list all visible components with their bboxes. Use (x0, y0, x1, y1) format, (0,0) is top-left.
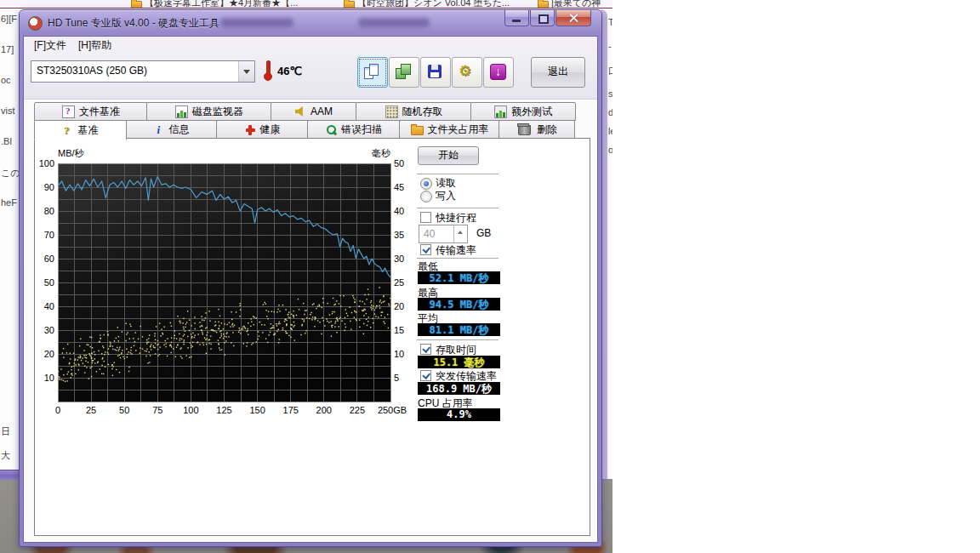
background-browser-tabs: 【极速字幕工作室】★4月新番★【...【时空旅团】シオン Vol.04 堕ちた.… (0, 0, 612, 9)
menu-help[interactable]: [H]帮助 (78, 38, 111, 53)
start-button[interactable]: 开始 (418, 146, 479, 165)
background-text-fragment: T (608, 17, 612, 27)
hdtune-window: HD Tune 专业版 v4.00 - 硬盘专业工具 [F]文件 [H]帮助 S… (19, 9, 602, 547)
svg-text:80: 80 (44, 206, 54, 216)
copy-image-button[interactable] (389, 57, 419, 88)
transfer-rate-label: 传输速率 (436, 243, 476, 258)
background-text-fragment: 日 (1, 425, 10, 438)
tab-info[interactable]: 信息 (125, 120, 218, 139)
svg-text:MB/秒: MB/秒 (58, 148, 85, 158)
svg-text:10: 10 (394, 349, 404, 359)
app-icon (28, 16, 43, 31)
tab-label: 基准 (78, 123, 99, 138)
background-text-fragment: .Bl (1, 136, 12, 146)
save-button[interactable] (420, 57, 451, 88)
burst-rate-checkbox[interactable] (420, 370, 431, 381)
svg-text:50: 50 (44, 277, 54, 288)
tab-label: 文件夹占用率 (428, 123, 489, 137)
svg-text:25: 25 (394, 277, 404, 288)
tab-aam[interactable]: AAM (271, 102, 357, 121)
tab-benchmark[interactable]: 基准 (34, 120, 127, 140)
exit-button[interactable]: 退出 (531, 57, 585, 88)
tab-label: 删除 (537, 123, 557, 137)
tab-disk-monitor[interactable]: 磁盘监视器 (146, 102, 272, 121)
background-text-fragment: sX (608, 88, 612, 99)
menubar: [F]文件 [H]帮助 (24, 37, 597, 54)
access-time-checkbox[interactable] (420, 344, 431, 355)
censored-text-blur (358, 18, 430, 27)
titlebar[interactable]: HD Tune 专业版 v4.00 - 硬盘专业工具 (20, 10, 601, 35)
file-benchmark-icon (62, 105, 75, 118)
tab-extra-tests[interactable]: 额外测试 (470, 102, 576, 121)
access-time-display: 15.1 毫秒 (418, 356, 500, 368)
extra-tests-icon (494, 105, 507, 118)
short-stroke-checkbox[interactable] (420, 212, 431, 223)
svg-text:20: 20 (44, 349, 54, 359)
transfer-rate-checkbox[interactable] (420, 244, 431, 255)
folder-usage-icon (411, 126, 424, 135)
drive-select[interactable]: ST3250310AS (250 GB) (31, 60, 255, 83)
erase-icon (518, 125, 531, 135)
background-text-fragment: 大 (1, 449, 10, 462)
tab-erase[interactable]: 删除 (499, 120, 575, 139)
write-radio[interactable] (420, 191, 432, 202)
tab-random-access[interactable]: 随机存取 (356, 102, 472, 121)
download-arrow-icon: ↓ (490, 64, 506, 80)
background-window-right-text: T-口sXd.rledox (607, 9, 612, 479)
folder-icon (344, 1, 355, 9)
svg-text:15: 15 (394, 325, 404, 335)
floppy-save-icon (428, 65, 442, 78)
disk-monitor-icon (175, 105, 188, 118)
svg-text:90: 90 (44, 182, 54, 192)
svg-text:5: 5 (394, 373, 399, 383)
background-text-fragment: 6][F (1, 14, 17, 24)
background-text-fragment: - (608, 41, 612, 51)
tab-error-scan[interactable]: 错误扫描 (307, 120, 401, 139)
background-text-fragment: oc (1, 75, 11, 85)
tab-label: 额外测试 (511, 105, 552, 119)
tab-health[interactable]: 健康 (216, 120, 309, 139)
svg-text:25: 25 (86, 405, 96, 415)
background-text-fragment: heF (1, 197, 17, 208)
divider (417, 339, 499, 340)
tab-folder-usage[interactable]: 文件夹占用率 (399, 120, 500, 139)
image-copy-icon (396, 64, 411, 79)
avg-value-display: 81.1 MB/秒 (418, 323, 500, 336)
svg-text:35: 35 (394, 230, 404, 240)
tab-label: 信息 (169, 123, 190, 137)
tab-label: 随机存取 (402, 105, 443, 119)
drive-select-value: ST3250310AS (250 GB) (37, 65, 147, 77)
burst-rate-display: 168.9 MB/秒 (418, 382, 500, 395)
copy-text-button[interactable] (357, 57, 388, 88)
gear-icon: ⚙ (459, 64, 474, 79)
options-button[interactable]: ⚙ (452, 57, 482, 88)
close-button[interactable] (556, 10, 591, 26)
minimize-button[interactable] (504, 10, 529, 26)
error-scan-icon (326, 124, 337, 135)
drive-temperature: 46℃ (277, 65, 302, 77)
menu-file[interactable]: [F]文件 (34, 38, 66, 53)
svg-text:45: 45 (394, 182, 404, 192)
short-stroke-size-value: 40 (424, 228, 435, 240)
background-tab-title: |最果ての神 (551, 0, 601, 9)
svg-text:20: 20 (394, 301, 404, 311)
svg-text:70: 70 (44, 230, 54, 240)
divider (417, 258, 499, 259)
download-button[interactable]: ↓ (483, 57, 514, 88)
screen: 【极速字幕工作室】★4月新番★【...【时空旅团】シオン Vol.04 堕ちた.… (0, 0, 980, 553)
tab-label: 文件基准 (79, 105, 120, 119)
max-value-display: 94.5 MB/秒 (418, 298, 500, 311)
min-value-display: 52.1 MB/秒 (418, 271, 500, 284)
read-radio[interactable] (420, 178, 432, 190)
short-stroke-size-stepper[interactable]: 40 (419, 225, 468, 243)
cpu-usage-display: 4.9% (418, 408, 500, 421)
tab-file-benchmark[interactable]: 文件基准 (34, 102, 148, 121)
background-text-fragment: この (1, 167, 19, 180)
short-stroke-label: 快捷行程 (436, 211, 476, 225)
svg-text:30: 30 (44, 325, 54, 335)
maximize-button[interactable] (530, 10, 555, 26)
background-window-left-edge: 6][F17]ocvist.BlこのheF日大 (0, 9, 19, 470)
chevron-down-icon[interactable] (238, 61, 254, 82)
svg-text:40: 40 (44, 301, 54, 311)
svg-text:200: 200 (316, 405, 332, 415)
